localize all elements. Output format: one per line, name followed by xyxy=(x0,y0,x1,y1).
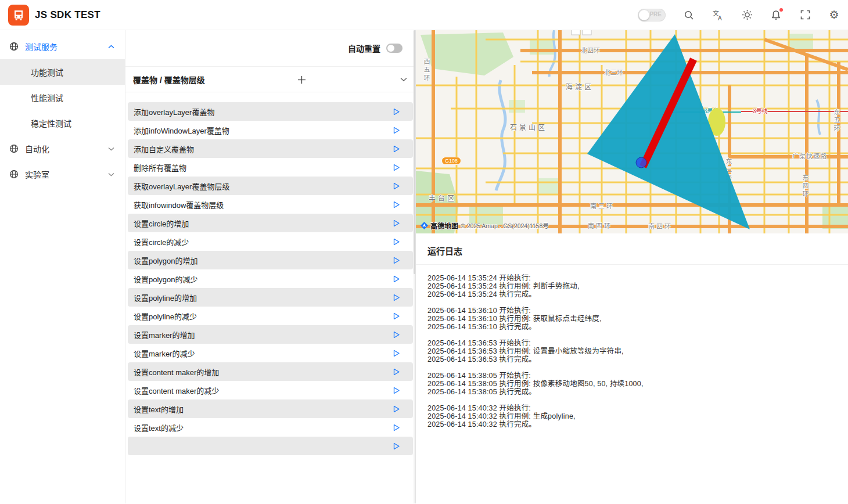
test-case-row[interactable]: 设置circle的增加 xyxy=(128,214,413,232)
test-case-row[interactable]: 删除所有覆盖物 xyxy=(128,158,413,177)
test-case-label: 设置text的增加 xyxy=(134,404,184,415)
log-line: 2025-06-14 15:35:24 开始执行: xyxy=(427,274,836,282)
scrollbar[interactable] xyxy=(414,30,415,503)
play-icon[interactable] xyxy=(391,106,401,117)
map-canvas[interactable]: 北四环 北三环 海淀区 西五环 石景山区 丰台区 南三环 南四环 南四环 东五环… xyxy=(416,30,848,233)
globe-icon xyxy=(9,170,19,179)
test-case-list: 添加overlayLayer覆盖物 添加infoWindowLayer覆盖物 添… xyxy=(125,102,415,455)
play-icon[interactable] xyxy=(391,218,401,228)
play-icon[interactable] xyxy=(391,162,401,172)
test-case-row[interactable]: 设置circle的减少 xyxy=(128,232,413,251)
test-case-label: 设置polyline的减少 xyxy=(134,311,197,322)
test-case-label: 添加infoWindowLayer覆盖物 xyxy=(134,125,229,136)
log-entry: 2025-06-14 15:35:24 开始执行: 2025-06-14 15:… xyxy=(427,274,836,298)
play-icon[interactable] xyxy=(391,366,401,377)
play-icon[interactable] xyxy=(391,143,401,154)
sidebar-section-laboratory[interactable]: 实验室 xyxy=(0,161,125,187)
test-group-header[interactable]: 覆盖物 / 覆盖物层级 xyxy=(125,67,415,92)
env-toggle-label: PRE xyxy=(649,11,662,17)
app-header: JS SDK TEST PRE 文 A xyxy=(0,0,848,30)
test-case-row[interactable]: 设置marker的增加 xyxy=(128,325,413,344)
notification-dot xyxy=(779,8,783,12)
play-icon[interactable] xyxy=(391,273,401,284)
sidebar-item-stability-test[interactable]: 稳定性测试 xyxy=(0,110,125,136)
globe-icon xyxy=(9,144,19,153)
play-icon[interactable] xyxy=(391,181,401,191)
sidebar-item-function-test[interactable]: 功能测试 xyxy=(0,59,125,85)
chevron-down-icon[interactable] xyxy=(400,77,407,82)
theme-brightness-icon[interactable] xyxy=(741,9,753,21)
sidebar-section-test-services[interactable]: 测试服务 xyxy=(0,34,125,59)
log-entry: 2025-06-14 15:38:05 开始执行: 2025-06-14 15:… xyxy=(427,372,836,396)
run-log-panel: 运行日志 2025-06-14 15:35:24 开始执行: 2025-06-1… xyxy=(416,233,848,503)
log-entry: 2025-06-14 15:40:32 开始执行: 2025-06-14 15:… xyxy=(427,404,836,429)
bell-icon[interactable] xyxy=(770,9,782,21)
auto-reset-label: 自动重置 xyxy=(348,42,380,54)
auto-reset-toggle-knob xyxy=(387,45,394,52)
test-case-row[interactable]: 设置polyline的减少 xyxy=(128,307,413,325)
test-case-row[interactable]: 添加自定义覆盖物 xyxy=(128,139,413,158)
test-case-row[interactable]: 设置text的减少 xyxy=(128,418,413,437)
log-line: 2025-06-14 15:38:05 执行用例: 按像素移动地图50, 50,… xyxy=(427,380,836,388)
map-attribution: 高德地图 © 2025 Amap - GS(2024)1158号 xyxy=(421,221,549,231)
play-icon[interactable] xyxy=(391,311,401,321)
log-line: 2025-06-14 15:40:32 执行用例: 生成polyline, xyxy=(427,412,836,420)
sidebar-section-label: 自动化 xyxy=(25,143,102,154)
play-icon[interactable] xyxy=(391,422,401,433)
play-icon[interactable] xyxy=(391,385,401,395)
test-case-label: 设置circle的减少 xyxy=(134,236,189,247)
play-icon[interactable] xyxy=(391,292,401,303)
env-toggle-knob xyxy=(639,10,649,20)
test-case-row[interactable]: 设置polygon的增加 xyxy=(128,251,413,269)
test-case-row[interactable]: 获取infowindow覆盖物层级 xyxy=(128,195,413,214)
test-case-row[interactable]: 添加overlayLayer覆盖物 xyxy=(128,102,413,121)
test-panel: 自动重置 覆盖物 / 覆盖物层级 添加overlayLayer覆盖物 添加inf… xyxy=(125,30,416,503)
play-icon[interactable] xyxy=(391,329,401,340)
test-case-row[interactable]: 设置text的增加 xyxy=(128,399,413,418)
play-icon[interactable] xyxy=(391,125,401,135)
sidebar-item-performance-test[interactable]: 性能测试 xyxy=(0,85,125,110)
fullscreen-icon[interactable] xyxy=(799,9,811,21)
test-case-row[interactable]: 设置marker的减少 xyxy=(128,344,413,362)
test-case-row[interactable]: 设置polyline的增加 xyxy=(128,288,413,307)
play-icon[interactable] xyxy=(391,236,401,247)
settings-gear-icon[interactable]: ⚙ xyxy=(828,9,840,21)
map-copyright: © 2025 Amap - GS(2024)1158号 xyxy=(461,221,549,230)
test-case-row[interactable]: 添加infoWindowLayer覆盖物 xyxy=(128,121,413,139)
play-icon[interactable] xyxy=(391,404,401,414)
log-line: 2025-06-14 15:36:53 开始执行: xyxy=(427,339,836,347)
test-case-label: 添加自定义覆盖物 xyxy=(134,143,194,154)
svg-text:A: A xyxy=(718,15,722,21)
log-line: 2025-06-14 15:36:53 执行用例: 设置最小缩放等级为字符串, xyxy=(427,347,836,355)
play-icon[interactable] xyxy=(391,441,401,451)
test-case-row[interactable]: 设置content maker的增加 xyxy=(128,362,413,381)
play-icon[interactable] xyxy=(391,348,401,358)
log-line: 2025-06-14 15:36:10 开始执行: xyxy=(427,307,836,315)
auto-reset-toggle[interactable] xyxy=(386,44,403,53)
add-icon[interactable] xyxy=(295,73,308,86)
test-case-label: 设置marker的增加 xyxy=(134,329,195,340)
test-case-row[interactable]: 设置polygon的减少 xyxy=(128,269,413,288)
sidebar-section-automation[interactable]: 自动化 xyxy=(0,136,125,161)
map-brand: 高德地图 xyxy=(430,221,458,231)
test-case-label: 设置text的减少 xyxy=(134,422,184,433)
run-log-body[interactable]: 2025-06-14 15:35:24 开始执行: 2025-06-14 15:… xyxy=(416,265,848,446)
play-icon[interactable] xyxy=(391,255,401,265)
log-line: 2025-06-14 15:40:32 开始执行: xyxy=(427,404,836,412)
test-case-label: 添加overlayLayer覆盖物 xyxy=(134,106,214,117)
log-line: 2025-06-14 15:35:24 执行用例: 判断手势拖动, xyxy=(427,282,836,290)
bus-icon xyxy=(12,8,26,22)
test-case-row[interactable] xyxy=(128,437,413,455)
env-toggle[interactable]: PRE xyxy=(638,9,666,21)
chevron-up-icon xyxy=(108,45,114,49)
test-case-label: 设置polyline的增加 xyxy=(134,292,197,303)
test-case-label: 设置polygon的减少 xyxy=(134,273,198,285)
log-line: 2025-06-14 15:38:05 执行完成。 xyxy=(427,388,836,396)
right-panel: 北四环 北三环 海淀区 西五环 石景山区 丰台区 南三环 南四环 南四环 东五环… xyxy=(416,30,848,503)
translate-icon[interactable]: 文 A xyxy=(712,9,724,21)
play-icon[interactable] xyxy=(391,199,401,210)
test-case-row[interactable]: 获取overlayLayer覆盖物层级 xyxy=(128,177,413,195)
sidebar-section-label: 实验室 xyxy=(25,168,102,180)
test-case-row[interactable]: 设置content maker的减少 xyxy=(128,381,413,399)
search-icon[interactable] xyxy=(683,9,695,21)
